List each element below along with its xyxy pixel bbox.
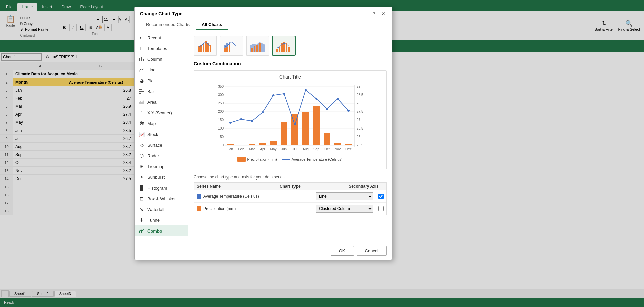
sidebar-label-radar: Radar [147, 153, 159, 158]
legend-item-precipitation: Precipitation (mm) [237, 157, 277, 162]
svg-text:Feb: Feb [238, 147, 244, 151]
preview-chart-svg: 350 300 250 200 150 100 50 0 29 28.5 28 … [197, 82, 383, 154]
dialog-help-button[interactable]: ? [371, 10, 377, 17]
sidebar-label-pie: Pie [147, 78, 154, 83]
chart-thumb-1[interactable] [194, 36, 217, 56]
svg-rect-15 [224, 48, 226, 52]
series-row-temperature: Average Temperature (Celsius) Line Clust… [194, 190, 386, 203]
ok-button[interactable]: OK [331, 246, 354, 256]
svg-text:May: May [270, 147, 277, 151]
sidebar-label-map: Map [147, 121, 156, 126]
xy-scatter-icon: ⁚ [139, 110, 145, 116]
chart-preview: Chart Title 350 300 250 200 150 100 50 0… [194, 70, 387, 169]
line-icon [139, 67, 145, 73]
svg-text:Aug: Aug [303, 147, 309, 151]
radar-icon: ⬡ [139, 153, 145, 159]
sidebar-item-recent[interactable]: ↩ Recent [135, 32, 188, 43]
sidebar-item-stock[interactable]: 📈 Stock [135, 129, 188, 140]
svg-rect-5 [139, 93, 141, 94]
series-config-desc: Choose the chart type and axis for your … [194, 175, 387, 180]
svg-point-71 [240, 118, 242, 120]
svg-rect-17 [226, 47, 228, 52]
svg-rect-61 [259, 143, 266, 145]
svg-text:27: 27 [357, 118, 361, 122]
sidebar-label-line: Line [147, 67, 156, 72]
svg-rect-7 [139, 231, 140, 233]
sidebar-item-waterfall[interactable]: ↘ Waterfall [135, 204, 188, 215]
svg-point-79 [326, 108, 328, 110]
svg-rect-69 [345, 144, 352, 145]
dialog-close-button[interactable]: ✕ [380, 10, 387, 17]
pie-icon: ◕ [139, 78, 145, 84]
sidebar-item-area[interactable]: Area [135, 97, 188, 107]
svg-point-80 [337, 98, 339, 100]
svg-text:Nov: Nov [335, 147, 341, 151]
dialog-title: Change Chart Type [140, 11, 182, 16]
sunburst-icon: ☀ [139, 174, 145, 180]
sidebar-item-pie[interactable]: ◕ Pie [135, 75, 188, 86]
sidebar-label-waterfall: Waterfall [147, 207, 164, 212]
tab-all-charts[interactable]: All Charts [196, 20, 228, 30]
svg-point-74 [272, 94, 274, 96]
sidebar-item-bar[interactable]: Bar [135, 86, 188, 97]
sidebar-item-treemap[interactable]: ⊞ Treemap [135, 161, 188, 172]
svg-text:26: 26 [357, 135, 361, 139]
funnel-icon: ⬇ [139, 217, 145, 223]
svg-rect-0 [139, 58, 140, 61]
series-secondary-axis-temperature[interactable] [378, 194, 384, 199]
chart-thumb-3[interactable] [246, 36, 269, 56]
sidebar-item-radar[interactable]: ⬡ Radar [135, 150, 188, 161]
svg-text:300: 300 [218, 93, 224, 97]
sidebar-item-combo[interactable]: Combo [135, 225, 188, 236]
chart-preview-title: Chart Title [197, 74, 383, 80]
sidebar-item-templates[interactable]: □ Templates [135, 43, 188, 54]
series-secondary-axis-precipitation[interactable] [378, 206, 384, 211]
histogram-icon: ▊ [139, 185, 145, 191]
svg-rect-27 [279, 47, 280, 52]
legend-item-temperature: Average Temperature (Celsius) [282, 157, 343, 162]
sidebar-item-surface[interactable]: ◇ Surface [135, 140, 188, 150]
combo-icon [139, 228, 145, 234]
sidebar-label-column: Column [147, 57, 162, 62]
svg-rect-24 [256, 45, 258, 52]
series-chart-type-temperature[interactable]: Line Clustered Column Stacked Column Are… [316, 192, 373, 200]
sidebar-item-funnel[interactable]: ⬇ Funnel [135, 215, 188, 225]
sidebar-label-surface: Surface [147, 143, 162, 148]
sidebar-label-recent: Recent [147, 35, 161, 40]
cancel-button[interactable]: Cancel [357, 246, 387, 256]
series-config-section: Choose the chart type and axis for your … [194, 175, 387, 215]
sidebar-item-xy-scatter[interactable]: ⁚ X Y (Scatter) [135, 107, 188, 118]
series-chart-type-precipitation[interactable]: Line Clustered Column Stacked Column Are… [316, 205, 373, 213]
svg-rect-23 [254, 46, 255, 52]
sidebar-item-sunburst[interactable]: ☀ Sunburst [135, 172, 188, 183]
bar-icon [139, 88, 145, 94]
svg-point-76 [294, 123, 296, 125]
svg-rect-68 [334, 143, 341, 145]
svg-text:200: 200 [218, 110, 224, 113]
svg-text:Dec: Dec [345, 147, 352, 151]
chart-thumb-4-active[interactable] [272, 36, 296, 56]
svg-text:27.5: 27.5 [357, 110, 363, 113]
series-color-temperature [197, 194, 201, 199]
sidebar-label-treemap: Treemap [147, 164, 165, 169]
svg-rect-59 [238, 145, 245, 145]
svg-rect-19 [229, 45, 230, 52]
tab-recommended-charts[interactable]: Recommended Charts [140, 20, 196, 30]
sidebar-label-funnel: Funnel [147, 218, 161, 223]
dialog-footer: OK Cancel [135, 242, 392, 260]
sidebar-item-map[interactable]: 🗺 Map [135, 118, 188, 129]
column-icon [139, 56, 145, 62]
svg-text:Jan: Jan [228, 147, 233, 151]
sidebar-item-box-whisker[interactable]: ⊟ Box & Whisker [135, 193, 188, 204]
sidebar-item-line[interactable]: Line [135, 64, 188, 75]
dialog-content: Custom Combination Chart Title 350 300 2… [188, 30, 392, 242]
sidebar-item-histogram[interactable]: ▊ Histogram [135, 183, 188, 193]
legend-color-temperature [282, 159, 290, 160]
dialog-titlebar: Change Chart Type ? ✕ [135, 7, 392, 20]
sidebar-label-combo: Combo [147, 228, 162, 234]
box-whisker-icon: ⊟ [139, 196, 145, 202]
sidebar-item-column[interactable]: Column [135, 54, 188, 64]
chart-thumb-2[interactable] [220, 36, 243, 56]
svg-rect-62 [270, 141, 277, 145]
sidebar-label-templates: Templates [147, 46, 167, 51]
